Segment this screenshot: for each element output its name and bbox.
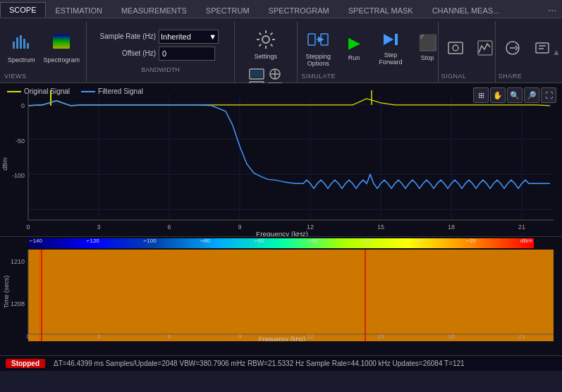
svg-rect-2 xyxy=(20,35,22,49)
offset-row: Offset (Hz) xyxy=(92,47,228,61)
chart-legend: Original Signal Filtered Signal xyxy=(0,85,150,98)
run-label: Run xyxy=(348,54,360,61)
spectrum-label: Spectrum xyxy=(8,56,35,63)
spectrogram-area: ⌐140 ⌐120 ⌐100 ⌐80 ⌐60 ⌐40 ⌐20 ⌐0 ⌐20 dB… xyxy=(0,237,562,355)
stopped-badge: Stopped xyxy=(6,359,45,368)
cbar-label-2: ⌐100 xyxy=(144,238,157,244)
share-label: SHARE xyxy=(499,73,549,81)
settings-button[interactable]: Settings xyxy=(251,27,281,62)
svg-rect-23 xyxy=(0,83,562,236)
legend-original-line xyxy=(7,91,21,92)
svg-rect-13 xyxy=(308,34,315,45)
share-buttons xyxy=(499,23,549,73)
legend-filtered-label: Filtered Signal xyxy=(98,87,143,95)
signal-btn-2[interactable] xyxy=(471,38,499,58)
offset-input[interactable] xyxy=(159,47,215,61)
sample-rate-dropdown[interactable]: Inherited ▼ xyxy=(159,30,219,44)
cbar-label-1: ⌐120 xyxy=(87,238,99,244)
fullscreen-button[interactable]: ⛶ xyxy=(541,87,556,103)
settings-label: Settings xyxy=(255,53,278,60)
svg-text:0: 0 xyxy=(21,102,25,109)
svg-text:1210: 1210 xyxy=(11,258,25,265)
bandwidth-label: BANDWIDTH xyxy=(92,66,228,75)
toolbar: Spectrum Spectrogr xyxy=(0,18,562,83)
legend-original-label: Original Signal xyxy=(24,87,70,95)
svg-marker-16 xyxy=(384,34,393,45)
tab-spectral-mask[interactable]: SPECTRAL MASK xyxy=(339,2,422,18)
stepping-options-icon xyxy=(307,28,329,51)
spectrogram-label: Spectrogram xyxy=(44,56,80,63)
signal-label: SIGNAL xyxy=(441,73,492,81)
zoom-in-button[interactable]: 🔍 xyxy=(507,87,523,103)
svg-text:Frequency (kHz): Frequency (kHz) xyxy=(256,230,308,236)
svg-rect-3 xyxy=(23,39,25,49)
run-button[interactable]: ▶ Run xyxy=(336,32,372,63)
cbar-label-0: ⌐140 xyxy=(30,238,42,244)
svg-rect-18 xyxy=(448,42,463,54)
svg-text:6: 6 xyxy=(167,223,171,231)
svg-rect-0 xyxy=(13,42,15,49)
chart-svg: 0 -50 -100 dBm 0 3 6 9 12 15 18 21 Frequ… xyxy=(0,83,562,236)
color-bar: ⌐140 ⌐120 ⌐100 ⌐80 ⌐60 ⌐40 ⌐20 ⌐0 ⌐20 dB… xyxy=(28,238,534,248)
share-btn-1[interactable] xyxy=(499,38,527,58)
signal-section: SIGNAL xyxy=(439,21,496,82)
signal-icon-1 xyxy=(448,40,463,56)
tab-channel-meas[interactable]: CHANNEL MEAS... xyxy=(423,2,509,18)
cbar-label-6: ⌐20 xyxy=(362,238,372,244)
simulate-section: SteppingOptions ▶ Run StepForward ⬛ Stop xyxy=(298,21,439,82)
tab-spectrogram[interactable]: SPECTROGRAM xyxy=(259,2,338,18)
sample-rate-value: Inherited xyxy=(161,32,191,41)
tab-estimation[interactable]: ESTIMATION xyxy=(47,2,111,18)
spectrogram-svg: 1210 1208 0 3 6 9 12 15 18 21 Time (secs… xyxy=(0,250,562,341)
toolbar-collapse-button[interactable]: ▲ xyxy=(552,21,561,82)
svg-text:dBm: dBm xyxy=(1,157,8,170)
svg-rect-17 xyxy=(395,34,398,45)
color-bar-container: ⌐140 ⌐120 ⌐100 ⌐80 ⌐60 ⌐40 ⌐20 ⌐0 ⌐20 dB… xyxy=(0,237,562,250)
step-forward-icon xyxy=(381,30,401,49)
tab-spectrum[interactable]: SPECTRUM xyxy=(197,2,259,18)
svg-rect-22 xyxy=(536,43,549,53)
svg-text:Time (secs): Time (secs) xyxy=(3,276,10,309)
svg-rect-5 xyxy=(53,35,70,49)
views-section: Spectrum Spectrogr xyxy=(1,21,87,82)
step-forward-label: StepForward xyxy=(379,51,403,66)
pan-button[interactable]: ✋ xyxy=(490,87,506,103)
settings-gear-icon xyxy=(255,29,276,51)
svg-text:9: 9 xyxy=(238,223,241,231)
spectrum-button[interactable]: Spectrum xyxy=(4,30,39,66)
svg-text:1208: 1208 xyxy=(11,300,25,307)
svg-rect-7 xyxy=(251,71,262,78)
chart-tools: ⊞ ✋ 🔍 🔎 ⛶ xyxy=(473,87,556,103)
tab-more-button[interactable]: ··· xyxy=(542,2,562,18)
svg-rect-55 xyxy=(41,250,42,341)
signal-btn-1[interactable] xyxy=(441,38,470,58)
legend-filtered: Filtered Signal xyxy=(81,87,143,95)
step-forward-button[interactable]: StepForward xyxy=(373,27,408,68)
svg-text:15: 15 xyxy=(377,223,384,231)
svg-text:21: 21 xyxy=(518,223,525,231)
svg-point-19 xyxy=(453,45,458,51)
svg-rect-15 xyxy=(321,34,328,45)
bandwidth-section: Sample Rate (Hz) Inherited ▼ Offset (Hz)… xyxy=(87,21,235,82)
stop-label: Stop xyxy=(421,54,434,61)
cbar-label-5: ⌐40 xyxy=(308,238,318,244)
share-section: SHARE xyxy=(496,21,552,82)
svg-rect-53 xyxy=(28,250,554,341)
status-bar: Stopped ΔT=46.4399 ms Samples/Update=204… xyxy=(0,355,562,371)
tab-measurements[interactable]: MEASUREMENTS xyxy=(112,2,196,18)
zoom-out-button[interactable]: 🔎 xyxy=(524,87,539,103)
views-label: VIEWS xyxy=(4,73,83,81)
tab-scope[interactable]: SCOPE xyxy=(0,2,46,18)
svg-text:Frequency (kHz): Frequency (kHz) xyxy=(259,336,306,341)
spectrogram-icon xyxy=(51,32,71,55)
cbar-label-3: ⌐80 xyxy=(200,238,210,244)
offset-label: Offset (Hz) xyxy=(92,49,156,57)
stepping-options-button[interactable]: SteppingOptions xyxy=(302,25,336,70)
signal-icon-2 xyxy=(477,40,493,56)
svg-text:3: 3 xyxy=(97,223,100,231)
sample-rate-row: Sample Rate (Hz) Inherited ▼ xyxy=(92,30,228,44)
dropdown-arrow-icon: ▼ xyxy=(209,32,216,41)
spectrogram-button[interactable]: Spectrogram xyxy=(40,30,84,66)
fit-view-button[interactable]: ⊞ xyxy=(473,87,489,103)
signal-buttons xyxy=(441,23,492,73)
